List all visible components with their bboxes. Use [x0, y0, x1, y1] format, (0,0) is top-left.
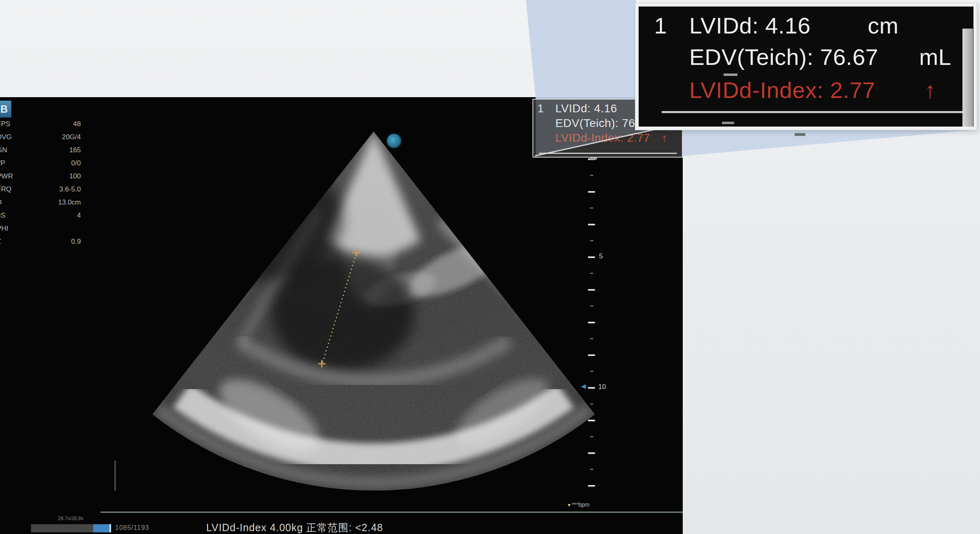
- cine-progress-thumb[interactable]: [93, 524, 109, 532]
- focus-marker-icon[interactable]: ◀: [581, 383, 586, 390]
- magnified-measurement-callout: 1LVIDd: 4.16cm EDV(Teich): 76.67mL LVIDd…: [635, 3, 977, 130]
- param-row-gn: GN165: [0, 144, 81, 157]
- cine-progress-bar[interactable]: [31, 524, 111, 532]
- callout-line-lvidd: 1LVIDd: 4.16cm: [654, 12, 899, 39]
- panel-bottom-dash: [590, 158, 597, 160]
- imaging-parameters: FPS48 DVG20G/4 GN165 I/P0/0 PWR100 FRQ3.…: [0, 118, 81, 248]
- depth-label-5: 5: [599, 252, 603, 260]
- high-value-arrow-icon: ↑: [662, 131, 668, 144]
- panel-underline: [539, 153, 677, 154]
- callout-line-edv: EDV(Teich): 76.67mL: [689, 44, 951, 70]
- heart-rate: ♥***bpm: [568, 501, 590, 508]
- timeline-cursor: [114, 461, 116, 491]
- param-row-frq: FRQ3.6-5.0: [0, 183, 81, 196]
- probe-orientation-marker-icon: [387, 134, 401, 148]
- param-row-depth: D13.0cm: [0, 196, 81, 209]
- param-row-us: μS4: [0, 209, 81, 222]
- depth-label-10: 10: [598, 383, 606, 391]
- param-row-fps: FPS48: [0, 118, 81, 131]
- param-row-phi: PHI: [0, 222, 81, 235]
- ultrasound-app: B FPS48 DVG20G/4 GN165 I/P0/0 PWR100 FRQ…: [0, 0, 980, 534]
- param-row-z: Z0.9: [0, 235, 81, 248]
- callout-line-lvidd-index: LVIDd-Index: 2.77↑: [689, 77, 936, 103]
- clip-time-text: 26.7s/28.9s: [58, 516, 83, 521]
- callout-bottom-dash: [795, 133, 805, 136]
- measurement-line-lvidd-index: LVIDd-Index: 2.77↑: [555, 131, 668, 145]
- heart-rate-text: ***bpm: [572, 501, 590, 508]
- bottom-separator-line: [100, 512, 683, 513]
- cine-progress-cursor: [109, 524, 111, 532]
- param-row-pwr: PWR100: [0, 170, 81, 183]
- param-row-ip: I/P0/0: [0, 157, 81, 170]
- mode-b-badge: B: [0, 100, 11, 118]
- mode-b-label: B: [0, 103, 8, 115]
- measurement-result-status: LVIDd-Index 4.00kg 正常范围: <2.48: [206, 521, 383, 534]
- high-value-arrow-icon: ↑: [924, 77, 936, 103]
- ultrasound-sector-image: [0, 97, 683, 534]
- callout-bottom-inner-dash: [722, 122, 734, 124]
- ultrasound-display: B FPS48 DVG20G/4 GN165 I/P0/0 PWR100 FRQ…: [0, 97, 683, 534]
- callout-caret-mark: [724, 73, 737, 76]
- frame-counter: 1085/1193: [115, 524, 149, 532]
- param-row-dvg: DVG20G/4: [0, 131, 81, 144]
- heart-icon: ♥: [568, 502, 570, 508]
- depth-ruler-minor-ticks: [590, 175, 593, 475]
- callout-underline: [662, 111, 967, 113]
- callout-scrollbar[interactable]: [962, 29, 973, 127]
- depth-ruler: 5 10 ◀: [588, 158, 614, 491]
